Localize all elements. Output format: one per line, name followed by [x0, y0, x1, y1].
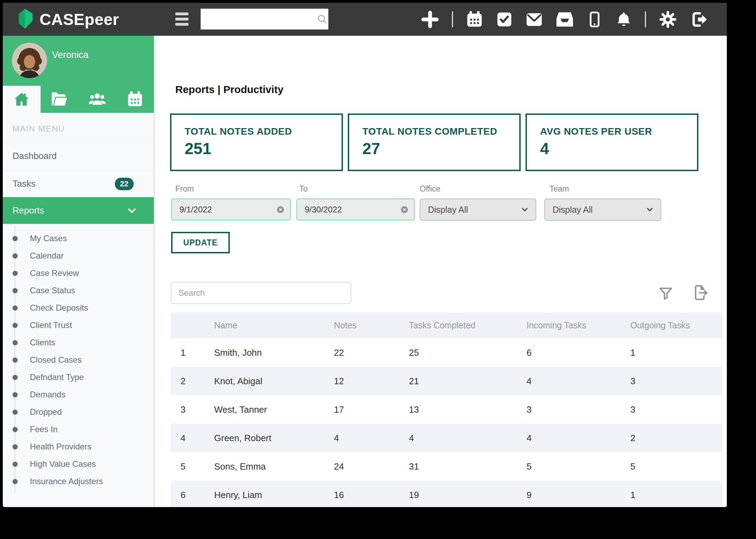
- cell-notes: 22: [334, 347, 409, 358]
- header-cell-outgoing-tasks[interactable]: Outgoing Tasks: [630, 320, 722, 330]
- submenu-item-defndant-type[interactable]: Defndant Type: [3, 369, 154, 386]
- mobile-icon[interactable]: [587, 11, 603, 28]
- table-row-knot-abigal[interactable]: 2Knot, Abigal122143: [171, 367, 722, 395]
- chevron-down-icon: [645, 205, 654, 214]
- submenu-item-check-deposits[interactable]: Check Deposits: [3, 299, 154, 317]
- header-cell-name[interactable]: Name: [214, 320, 334, 330]
- submenu-item-client-trust[interactable]: Client Trust: [3, 317, 154, 334]
- submenu-item-case-review[interactable]: Case Review: [3, 264, 154, 282]
- add-icon[interactable]: [421, 10, 439, 28]
- tab-contacts[interactable]: [78, 86, 116, 113]
- team-select[interactable]: Display All: [544, 199, 661, 221]
- team-label: Team: [549, 184, 569, 194]
- mail-icon[interactable]: [526, 11, 543, 28]
- stat-cards: TOTAL NOTES ADDED 251 TOTAL NOTES COMPLE…: [170, 113, 698, 171]
- topbar-search: [201, 9, 328, 30]
- calendar-icon: [127, 91, 143, 108]
- table-row-henry-liam[interactable]: 6Henry, Liam161991: [171, 481, 722, 507]
- clear-icon[interactable]: [400, 205, 409, 214]
- home-icon: [13, 91, 30, 108]
- logo-gem-icon: [15, 8, 35, 31]
- submenu-item-clients[interactable]: Clients: [3, 334, 154, 351]
- submenu-item-insurance-adjusters[interactable]: Insurance Adjusters: [3, 473, 154, 490]
- header-cell-notes[interactable]: Notes: [334, 320, 409, 330]
- sidebar-item-tasks[interactable]: Tasks 22: [3, 170, 154, 197]
- notifications-icon[interactable]: [615, 11, 632, 28]
- bullet-icon: [12, 288, 18, 293]
- bullet-icon: [12, 427, 18, 432]
- cell-notes: 17: [334, 404, 409, 415]
- report-submenu: My CasesCalendarCase ReviewCase StatusCh…: [3, 225, 154, 490]
- header-cell-tasks-completed[interactable]: Tasks Completed: [409, 320, 527, 330]
- to-date-input[interactable]: 9/30/2022: [296, 199, 415, 220]
- submenu-label: Clients: [30, 338, 55, 347]
- tab-cases[interactable]: [41, 86, 78, 113]
- sidebar-tabs: [3, 86, 154, 113]
- submenu-item-closed-cases[interactable]: Closed Cases: [3, 351, 154, 369]
- submenu-label: Defndant Type: [30, 372, 84, 382]
- cell-index: 1: [171, 347, 214, 358]
- submenu-item-high-value-cases[interactable]: High Value Cases: [3, 455, 154, 473]
- from-date-input[interactable]: 9/1/2022: [171, 199, 291, 220]
- from-date-value: 9/1/2022: [179, 205, 212, 214]
- table-row-sons-emma[interactable]: 5Sons, Emma243155: [171, 452, 722, 481]
- cell-tasks-completed: 31: [409, 461, 527, 472]
- table-search: [171, 282, 351, 304]
- submenu-item-fees-in[interactable]: Fees In: [3, 421, 154, 438]
- office-label: Office: [420, 184, 440, 194]
- calendar-icon[interactable]: [466, 11, 483, 28]
- cell-notes: 16: [334, 490, 409, 500]
- cell-incoming-tasks: 5: [527, 461, 630, 472]
- tasks-icon[interactable]: [496, 11, 513, 28]
- topbar-search-input[interactable]: [201, 14, 317, 24]
- header-cell-incoming-tasks[interactable]: Incoming Tasks: [527, 320, 630, 330]
- tab-calendar[interactable]: [116, 86, 154, 113]
- main-menu-label: MAIN MENU: [12, 124, 65, 134]
- submenu-item-demands[interactable]: Demands: [3, 386, 154, 403]
- stat-value: 27: [362, 139, 519, 158]
- table-row-west-tanner[interactable]: 3West, Tanner171333: [171, 395, 722, 424]
- from-label: From: [175, 184, 194, 194]
- submenu-item-calendar[interactable]: Calendar: [3, 247, 154, 264]
- submenu-item-my-cases[interactable]: My Cases: [3, 230, 154, 247]
- bullet-icon: [12, 253, 18, 259]
- cell-tasks-completed: 21: [409, 376, 527, 387]
- update-button[interactable]: UPDATE: [171, 232, 230, 253]
- to-label: To: [299, 184, 308, 194]
- cell-notes: 4: [334, 433, 409, 444]
- filter-icon[interactable]: [658, 286, 674, 303]
- menu-toggle-icon[interactable]: [175, 12, 188, 26]
- cell-outgoing-tasks: 5: [630, 461, 722, 472]
- table-row-smith-john[interactable]: 1Smith, John222561: [171, 338, 722, 367]
- inbox-icon[interactable]: [556, 11, 574, 28]
- app-window: CASEpeer: [3, 3, 727, 507]
- submenu-item-health-providers[interactable]: Health Providers: [3, 438, 154, 455]
- divider: [452, 11, 453, 27]
- sidebar-item-dashboard[interactable]: Dashboard: [3, 142, 154, 170]
- logout-icon[interactable]: [690, 11, 708, 28]
- to-date-value: 9/30/2022: [305, 205, 342, 214]
- tab-home[interactable]: [3, 86, 41, 113]
- submenu-item-dropped[interactable]: Dropped: [3, 403, 154, 421]
- export-icon[interactable]: [691, 284, 709, 303]
- table-search-input[interactable]: [171, 283, 351, 303]
- bullet-icon: [12, 410, 18, 415]
- table-row-green-robert[interactable]: 4Green, Robert4442: [171, 424, 722, 452]
- avatar[interactable]: [12, 43, 47, 78]
- bullet-icon: [12, 444, 18, 449]
- office-select[interactable]: Display All: [420, 199, 536, 221]
- cell-outgoing-tasks: 3: [630, 376, 722, 387]
- cell-name: Knot, Abigal: [214, 376, 334, 387]
- sidebar-item-reports[interactable]: Reports: [3, 197, 154, 224]
- folder-icon: [51, 91, 68, 107]
- cell-tasks-completed: 13: [409, 404, 527, 415]
- submenu-item-case-status[interactable]: Case Status: [3, 282, 154, 299]
- settings-icon[interactable]: [659, 10, 677, 28]
- clear-icon[interactable]: [276, 205, 285, 214]
- cell-tasks-completed: 4: [409, 433, 527, 444]
- user-name: Veronica: [52, 50, 89, 60]
- cell-outgoing-tasks: 1: [630, 490, 722, 500]
- submenu-label: Closed Cases: [30, 355, 82, 365]
- cell-name: Smith, John: [214, 347, 334, 358]
- submenu-label: My Cases: [30, 234, 67, 243]
